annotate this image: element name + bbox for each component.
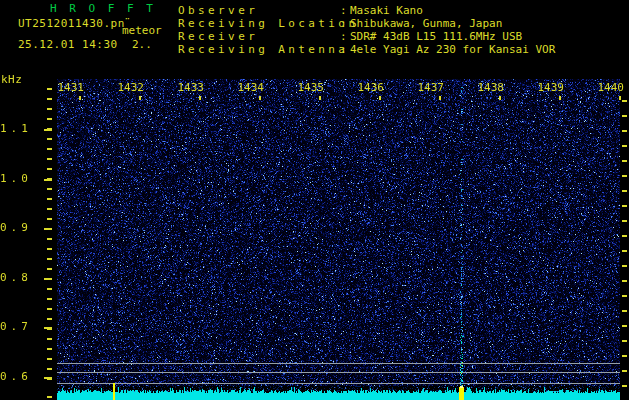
time-tick — [79, 96, 81, 100]
freq-minor-tick — [47, 218, 52, 220]
time-axis-label: 1435 — [296, 81, 324, 94]
freq-minor-tick — [47, 158, 52, 160]
right-freq-tick — [622, 355, 627, 357]
freq-minor-tick — [47, 128, 52, 130]
freq-unit-label: kHz — [1, 73, 22, 86]
right-freq-tick — [622, 325, 627, 327]
right-freq-tick — [622, 265, 627, 267]
time-tick — [259, 96, 261, 100]
freq-minor-tick — [47, 318, 52, 320]
freq-minor-tick — [47, 228, 52, 230]
freq-minor-tick — [47, 268, 52, 270]
right-freq-tick — [622, 130, 627, 132]
freq-axis-label: 0.9 — [0, 221, 40, 234]
time-tick — [319, 96, 321, 100]
time-axis-label: 1431 — [56, 81, 84, 94]
freq-minor-tick — [47, 238, 52, 240]
time-axis-label: 1439 — [536, 81, 564, 94]
time-tick — [619, 96, 621, 100]
time-tick — [559, 96, 561, 100]
right-freq-tick — [622, 250, 627, 252]
time-axis-label: 1434 — [236, 81, 264, 94]
freq-axis-label: 0.7 — [0, 320, 40, 333]
time-axis-label: 1440 — [596, 81, 624, 94]
freq-minor-tick — [47, 288, 52, 290]
freq-axis-label: 1.1 — [0, 122, 40, 135]
time-axis-label: 1436 — [356, 81, 384, 94]
right-freq-tick — [622, 205, 627, 207]
freq-minor-tick — [47, 168, 52, 170]
freq-minor-tick — [47, 178, 52, 180]
freq-minor-tick — [47, 108, 52, 110]
freq-minor-tick — [47, 328, 52, 330]
freq-minor-tick — [47, 358, 52, 360]
freq-minor-tick — [47, 278, 52, 280]
right-freq-tick — [622, 100, 627, 102]
freq-minor-tick — [47, 248, 52, 250]
time-axis-label: 1437 — [416, 81, 444, 94]
freq-minor-tick — [47, 138, 52, 140]
freq-minor-tick — [47, 188, 52, 190]
freq-minor-tick — [47, 308, 52, 310]
freq-minor-tick — [47, 378, 52, 380]
strip-left-tick — [47, 396, 52, 398]
hrofft-screen: H R O F F T UT2512011430.pn ¨ meteor 25.… — [0, 0, 629, 400]
right-freq-tick — [622, 160, 627, 162]
right-freq-tick — [622, 175, 627, 177]
right-freq-tick — [622, 310, 627, 312]
freq-axis-label: 0.8 — [0, 271, 40, 284]
right-freq-tick — [622, 370, 627, 372]
right-freq-tick — [622, 385, 627, 387]
right-freq-tick — [622, 145, 627, 147]
time-tick — [499, 96, 501, 100]
freq-minor-tick — [47, 118, 52, 120]
right-freq-tick — [622, 115, 627, 117]
right-freq-tick — [622, 220, 627, 222]
time-tick — [139, 96, 141, 100]
freq-minor-tick — [47, 338, 52, 340]
time-axis-label: 1432 — [116, 81, 144, 94]
time-axis-label: 1433 — [176, 81, 204, 94]
freq-minor-tick — [47, 368, 52, 370]
time-axis-label: 1438 — [476, 81, 504, 94]
right-freq-tick — [622, 280, 627, 282]
freq-axis-label: 1.0 — [0, 172, 40, 185]
freq-minor-tick — [47, 98, 52, 100]
freq-minor-tick — [47, 88, 52, 90]
time-tick — [439, 96, 441, 100]
freq-minor-tick — [47, 148, 52, 150]
freq-minor-tick — [47, 348, 52, 350]
time-tick — [379, 96, 381, 100]
right-freq-tick — [622, 190, 627, 192]
freq-minor-tick — [47, 198, 52, 200]
right-freq-tick — [622, 235, 627, 237]
right-freq-tick — [622, 295, 627, 297]
freq-minor-tick — [47, 298, 52, 300]
right-freq-tick — [622, 340, 627, 342]
axes-layer: kHz 1.11.00.90.80.70.6143114321433143414… — [0, 0, 629, 400]
time-tick — [199, 96, 201, 100]
freq-minor-tick — [47, 258, 52, 260]
freq-minor-tick — [47, 208, 52, 210]
freq-axis-label: 0.6 — [0, 370, 40, 383]
